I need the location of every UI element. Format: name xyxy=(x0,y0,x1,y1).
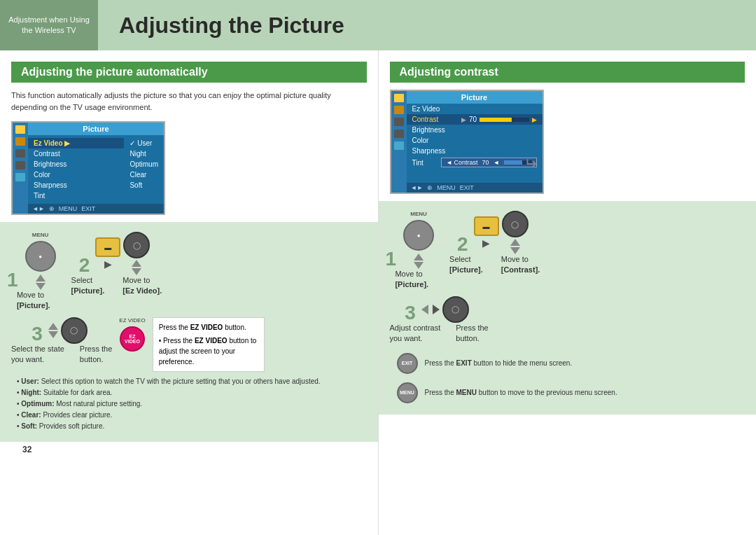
left-description: This function automatically adjusts the … xyxy=(11,90,367,113)
tv-nav-bar-left: ◄► ⊕ MENU EXIT xyxy=(28,204,164,214)
arrow-ud-1 xyxy=(36,275,46,290)
tv-row-tint: Tint xyxy=(28,190,124,201)
menu-small-button[interactable]: MENU xyxy=(397,382,418,403)
exit-button[interactable]: EXIT xyxy=(397,353,418,374)
ezvideo-button[interactable]: EZVIDEO xyxy=(120,326,145,352)
tv-row-color: Color xyxy=(28,169,124,180)
step2-descs: Select [Picture]. Move to [Ez Video]. xyxy=(67,275,162,297)
tv-icon-r4 xyxy=(394,130,404,138)
menu-row: MENU Press the MENU button to move to th… xyxy=(386,378,750,408)
step3-num-right: 3 xyxy=(405,303,416,323)
arrow-right-r2: ▶ xyxy=(482,237,490,249)
ok-button-r3[interactable]: ◯ xyxy=(442,296,469,323)
tv-icon-r1 xyxy=(394,94,404,102)
step2-right: 2 ▬ ▶ ◯ xyxy=(445,211,540,276)
tv-row-r-contrast: Contrast ▶ 70 ▶ xyxy=(407,114,542,125)
bullet-optimum: Optimum: Most natural picture setting. xyxy=(11,398,371,410)
bullet-user: User: Select this option to watch the TV… xyxy=(11,376,371,387)
arrow-down-r2 xyxy=(510,247,520,254)
lr-arrows xyxy=(421,305,440,314)
step1-num: 1 xyxy=(7,270,18,290)
tv-icon-r3 xyxy=(394,118,404,126)
ok-button-2[interactable]: ◯ xyxy=(123,232,150,258)
step3-desc2-right: Press the button. xyxy=(451,323,488,345)
arrow-ud-r1 xyxy=(414,253,424,269)
step1-num-right: 1 xyxy=(386,249,397,269)
arrow-up-r2 xyxy=(510,239,520,246)
picture-button-2[interactable]: ▬ xyxy=(95,237,120,257)
right-column: Adjusting contrast Picture Ez Video Cont… xyxy=(379,50,757,535)
ok-button-r2[interactable]: ◯ xyxy=(502,211,528,237)
ezvideo-area: EZ VIDEO EZVIDEO xyxy=(119,317,145,352)
tv-icon-5 xyxy=(15,173,25,181)
tv-row-sharpness: Sharpness xyxy=(28,180,124,190)
contrast-value: 70 xyxy=(469,116,477,123)
step3-desc1-right: Adjust contrast you want. xyxy=(386,323,441,345)
arrow-ud-3 xyxy=(48,323,58,338)
page-header: Adjustment when Using the Wireless TV Ad… xyxy=(0,0,756,50)
bullet-clear: Clear: Provides clear picture. xyxy=(11,410,371,421)
tv-row-r-ezvideo: Ez Video xyxy=(407,104,542,114)
tv-row-contrast: Contrast xyxy=(28,148,124,159)
step2-desc-select: Select [Picture]. xyxy=(67,275,105,297)
breadcrumb: Adjustment when Using the Wireless TV xyxy=(0,0,98,50)
circle-ok-right: ◯ xyxy=(502,211,528,254)
picture-button-r2[interactable]: ▬ xyxy=(474,216,499,236)
page-number: 32 xyxy=(11,442,367,457)
tv-row-r-brightness: Brightness xyxy=(407,125,542,135)
right-section-title: Adjusting contrast xyxy=(390,62,746,83)
main-content: Adjusting the picture automatically This… xyxy=(0,50,756,535)
ok-button-3[interactable]: ◯ xyxy=(61,317,88,344)
arrow-down-r1 xyxy=(414,262,424,269)
tv-icon-sidebar-right xyxy=(391,91,407,193)
arrow-up-r1 xyxy=(414,253,424,260)
step1-desc-left: Move to [Picture]. xyxy=(13,290,50,312)
step3-left: 3 ◯ Select the state you want. xyxy=(7,317,371,372)
arrow-right-2: ▶ xyxy=(104,258,112,270)
menu-label-right: MENU xyxy=(410,211,427,217)
tv-icon-r5 xyxy=(394,141,404,150)
step3-controls: 3 ◯ Select the state you want. xyxy=(7,317,112,366)
step2-descs-right: Select [Picture]. Move to [Contrast]. xyxy=(445,254,540,276)
option-optimum: Optimum xyxy=(130,159,158,169)
option-clear: Clear xyxy=(130,169,158,180)
step1-desc-right: Move to [Picture]. xyxy=(391,269,428,291)
step2-num: 2 xyxy=(79,256,90,275)
step2-desc-move-right: Move to [Contrast]. xyxy=(497,254,540,276)
contrast-popup: ◄ Contrast 70 ◄ xyxy=(441,158,536,167)
tv-option-list: ✓ User Night Optimum Clear Soft xyxy=(124,135,164,204)
tv-row-brightness: Brightness xyxy=(28,159,124,169)
arrow-left-r3 xyxy=(421,305,428,314)
arrow-down-1 xyxy=(36,283,46,290)
bullet-night: Night: Suitable for dark area. xyxy=(11,387,371,398)
press-ezvideo-text: Press the EZ VIDEO button. xyxy=(159,322,258,333)
exit-row: EXIT Press the EXIT button to hide the m… xyxy=(386,349,750,378)
option-user: ✓ User xyxy=(130,138,158,148)
option-night: Night xyxy=(130,148,158,159)
ezvideo-label: EZ VIDEO xyxy=(119,317,145,324)
tv-icon-1 xyxy=(15,125,25,134)
tv-row-ezvideo: Ez Video ▶ xyxy=(28,138,124,148)
tv-icon-sidebar-left xyxy=(13,123,28,214)
tv-icon-2 xyxy=(15,137,25,146)
steps-area-right: 1 MENU ● Move to [Picture]. xyxy=(379,201,757,415)
tv-menu-header: Picture xyxy=(28,123,164,135)
step2-num-right: 2 xyxy=(457,235,468,254)
page-title: Adjusting the Picture xyxy=(98,0,756,50)
press-box: Press the EZ VIDEO button. • Press the E… xyxy=(153,317,265,372)
tv-row-r-sharpness: Sharpness xyxy=(407,146,542,156)
menu-button-right[interactable]: ● xyxy=(403,220,434,251)
menu-label-left: MENU xyxy=(32,232,49,238)
left-column: Adjusting the picture automatically This… xyxy=(0,50,379,535)
tv-screen-left: Picture Ez Video ▶ Contrast Brightness C… xyxy=(11,121,165,215)
arrow-up-3 xyxy=(48,323,58,330)
bullet-soft: Soft: Provides soft picture. xyxy=(11,421,371,432)
arrow-up-1 xyxy=(36,275,46,282)
step3-desc1: Select the state you want. xyxy=(7,344,64,366)
menu-button-left[interactable]: ● xyxy=(25,241,56,272)
arrow-right-r3 xyxy=(433,305,440,314)
step2-left: 2 ▬ ▶ ◯ xyxy=(67,232,162,297)
tv-icon-r2 xyxy=(394,106,404,114)
tv-menu-header-right: Picture xyxy=(407,91,542,104)
step3-descs: Select the state you want. Press the but… xyxy=(7,344,112,366)
